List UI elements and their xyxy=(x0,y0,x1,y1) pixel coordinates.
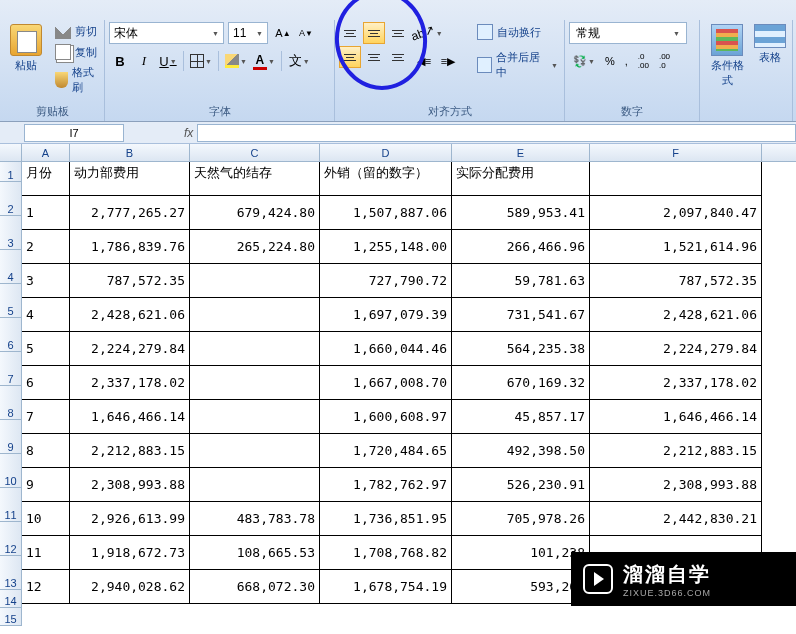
cell[interactable]: 天然气的结存 xyxy=(190,162,320,196)
cell[interactable]: 2,337,178.02 xyxy=(70,366,190,400)
cell[interactable]: 9 xyxy=(22,468,70,502)
cell[interactable]: 108,665.53 xyxy=(190,536,320,570)
align-center-button[interactable] xyxy=(363,46,385,68)
cell[interactable]: 1,918,672.73 xyxy=(70,536,190,570)
col-header-A[interactable]: A xyxy=(22,144,70,161)
cell[interactable]: 2,777,265.27 xyxy=(70,196,190,230)
underline-button[interactable]: U▼ xyxy=(157,50,179,72)
cell[interactable]: 8 xyxy=(22,434,70,468)
row-header[interactable]: 13 xyxy=(0,556,22,590)
cell[interactable] xyxy=(190,366,320,400)
font-size-select[interactable]: 11 ▼ xyxy=(228,22,268,44)
cell[interactable]: 10 xyxy=(22,502,70,536)
cell[interactable]: 1,782,762.97 xyxy=(320,468,452,502)
cell[interactable]: 45,857.17 xyxy=(452,400,590,434)
cell[interactable]: 2,442,830.21 xyxy=(590,502,762,536)
cell[interactable]: 266,466.96 xyxy=(452,230,590,264)
cell[interactable]: 1,646,466.14 xyxy=(70,400,190,434)
phonetic-button[interactable]: 文▼ xyxy=(286,50,313,72)
cell[interactable]: 787,572.35 xyxy=(70,264,190,298)
cell[interactable]: 593,202 xyxy=(452,570,590,604)
number-format-select[interactable]: 常规 ▼ xyxy=(569,22,687,44)
cell[interactable]: 月份 xyxy=(22,162,70,196)
cell[interactable]: 2,940,028.62 xyxy=(70,570,190,604)
row-header[interactable]: 12 xyxy=(0,522,22,556)
cell[interactable]: 705,978.26 xyxy=(452,502,590,536)
cell[interactable]: 2,337,178.02 xyxy=(590,366,762,400)
cell[interactable]: 1 xyxy=(22,196,70,230)
cell[interactable]: 1,708,768.82 xyxy=(320,536,452,570)
row-header[interactable]: 8 xyxy=(0,386,22,420)
fill-color-button[interactable]: ▼ xyxy=(223,50,249,72)
cell[interactable]: 5 xyxy=(22,332,70,366)
cell[interactable]: 2,308,993.88 xyxy=(590,468,762,502)
border-button[interactable]: ▼ xyxy=(188,50,214,72)
shrink-font-button[interactable]: A▼ xyxy=(295,22,317,44)
cell[interactable] xyxy=(190,264,320,298)
select-all-corner[interactable] xyxy=(0,144,22,161)
row-header[interactable]: 4 xyxy=(0,250,22,284)
merge-center-button[interactable]: 合并后居中 ▼ xyxy=(475,48,560,82)
name-box[interactable]: I7 xyxy=(24,124,124,142)
cell[interactable]: 483,783.78 xyxy=(190,502,320,536)
fx-icon[interactable]: fx xyxy=(184,126,193,140)
cell[interactable]: 3 xyxy=(22,264,70,298)
bold-button[interactable]: B xyxy=(109,50,131,72)
italic-button[interactable]: I xyxy=(133,50,155,72)
cell[interactable]: 动力部费用 xyxy=(70,162,190,196)
cell[interactable]: 492,398.50 xyxy=(452,434,590,468)
row-header[interactable]: 10 xyxy=(0,454,22,488)
cell[interactable]: 59,781.63 xyxy=(452,264,590,298)
cell[interactable]: 265,224.80 xyxy=(190,230,320,264)
cell[interactable]: 11 xyxy=(22,536,70,570)
cell[interactable]: 2,212,883.15 xyxy=(590,434,762,468)
cell[interactable]: 2,926,613.99 xyxy=(70,502,190,536)
cell[interactable]: 564,235.38 xyxy=(452,332,590,366)
cell[interactable]: 1,678,754.19 xyxy=(320,570,452,604)
align-top-center-button[interactable] xyxy=(363,22,385,44)
row-header[interactable]: 15 xyxy=(0,608,22,626)
comma-button[interactable]: , xyxy=(621,50,632,72)
cell[interactable]: 668,072.30 xyxy=(190,570,320,604)
row-header[interactable]: 14 xyxy=(0,590,22,608)
align-top-right-button[interactable] xyxy=(387,22,409,44)
cell[interactable]: 2,212,883.15 xyxy=(70,434,190,468)
format-painter-button[interactable]: 格式刷 xyxy=(54,64,100,96)
cell[interactable]: 7 xyxy=(22,400,70,434)
cell[interactable]: 670,169.32 xyxy=(452,366,590,400)
cell[interactable]: 6 xyxy=(22,366,70,400)
cell[interactable]: 2 xyxy=(22,230,70,264)
formula-input[interactable] xyxy=(197,124,796,142)
cell[interactable]: 外销（留的数字） xyxy=(320,162,452,196)
row-header[interactable]: 6 xyxy=(0,318,22,352)
cell[interactable]: 731,541.67 xyxy=(452,298,590,332)
align-right-button[interactable] xyxy=(387,46,409,68)
format-table-button[interactable]: 表格 xyxy=(752,22,788,67)
row-header[interactable]: 2 xyxy=(0,182,22,216)
row-header[interactable]: 5 xyxy=(0,284,22,318)
wrap-text-button[interactable]: 自动换行 xyxy=(475,22,560,42)
row-header[interactable]: 7 xyxy=(0,352,22,386)
increase-indent-button[interactable]: ≡▶ xyxy=(437,50,459,72)
font-name-select[interactable]: 宋体 ▼ xyxy=(109,22,224,44)
cell[interactable]: 1,786,839.76 xyxy=(70,230,190,264)
cell[interactable]: 589,953.41 xyxy=(452,196,590,230)
cell[interactable]: 1,646,466.14 xyxy=(590,400,762,434)
col-header-D[interactable]: D xyxy=(320,144,452,161)
align-left-button[interactable] xyxy=(339,46,361,68)
cell[interactable] xyxy=(190,434,320,468)
cell[interactable]: 1,697,079.39 xyxy=(320,298,452,332)
cell[interactable]: 1,736,851.95 xyxy=(320,502,452,536)
orientation-button[interactable]: ab↗▼ xyxy=(413,22,441,44)
conditional-format-button[interactable]: 条件格式 xyxy=(704,22,750,90)
cell[interactable]: 2,428,621.06 xyxy=(70,298,190,332)
cell[interactable]: 2,224,279.84 xyxy=(70,332,190,366)
align-top-left-button[interactable] xyxy=(339,22,361,44)
increase-decimal-button[interactable]: .0.00 xyxy=(634,50,653,72)
cell[interactable]: 2,097,840.47 xyxy=(590,196,762,230)
cell[interactable]: 787,572.35 xyxy=(590,264,762,298)
col-header-F[interactable]: F xyxy=(590,144,762,161)
row-header[interactable]: 9 xyxy=(0,420,22,454)
cell[interactable]: 727,790.72 xyxy=(320,264,452,298)
paste-button[interactable]: 粘贴 xyxy=(4,22,48,75)
